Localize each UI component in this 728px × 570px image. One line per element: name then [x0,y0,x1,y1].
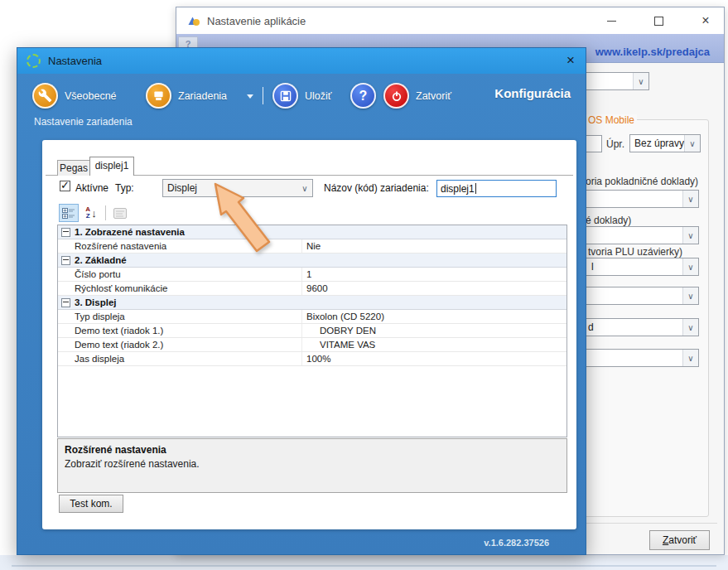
section-subtitle: Nastavenie zariadenia [34,116,133,128]
chevron-down-icon: ∨ [682,287,698,304]
toolbar-separator [263,87,263,104]
chevron-down-icon: ∨ [682,227,698,244]
text-caret [475,183,476,194]
label-fragment-1: oria pokladničné doklady) [586,176,698,187]
label-fragment-3: tvoria PLU uzávierky) [588,246,682,258]
property-row[interactable]: Demo text (riadok 1.) DOBRY DEN [58,324,566,338]
property-row[interactable]: Číslo portu1 [58,268,566,282]
chevron-down-icon: ∨ [682,350,698,366]
app-close-button[interactable]: Zatvoriť [649,530,710,550]
close-icon[interactable]: × [696,14,716,27]
maximize-icon[interactable] [648,15,668,27]
chevron-down-icon: ∨ [684,135,700,152]
property-row[interactable]: Jas displeja100% [58,352,566,366]
collapse-minus-icon[interactable] [61,298,70,307]
help-button[interactable]: ? [350,83,376,109]
chevron-down-icon: ∨ [682,191,698,207]
device-name-label: Názov (kód) zariadenia: [324,182,429,194]
categorized-icon [62,207,75,219]
property-row[interactable]: Rozšírené nastaveniaNie [58,239,566,254]
property-pages-button [110,204,130,222]
az-sort-icon: AZ↓ [85,206,96,220]
chevron-down-icon: ∨ [682,319,698,336]
categorized-view-button[interactable] [59,204,79,222]
type-combo[interactable]: Displej ∨ [162,179,313,197]
settings-titlebar[interactable]: Nastavenia × [17,48,586,74]
desktop-strip [0,555,728,570]
upr-label: Úpr. [606,138,624,150]
test-communication-button[interactable]: Test kom. [59,495,123,513]
property-grid: 1. Zobrazené nastaveniaRozšírené nastave… [57,225,567,437]
settings-window: Nastavenia × Všeobecné Zariadenia Uložiť… [17,47,586,555]
property-category-row[interactable]: 1. Zobrazené nastavenia [58,225,566,239]
description-text: Zobraziť rozšírené nastavenia. [65,458,560,470]
save-button[interactable]: Uložiť [272,83,331,109]
app-window-title: Nastavenie aplikácie [207,15,306,27]
tab-displej1[interactable]: displej1 [89,157,134,176]
question-icon: ? [350,83,376,109]
close-toolbar-button[interactable]: Zatvoriť [383,83,451,109]
tab-pegas[interactable]: Pegas [57,160,90,176]
property-category-row[interactable]: 2. Základné [58,254,566,268]
power-icon [383,83,409,109]
device-panel: Pegas displej1 ✓ Aktívne Typ: Displej ∨ … [42,140,576,529]
collapse-minus-icon[interactable] [61,256,70,265]
device-name-input[interactable]: displej1 [436,180,557,197]
save-disk-icon [272,83,298,109]
ikelp-link[interactable]: www.ikelp.sk/predajca [595,46,710,58]
check-icon: ✓ [60,179,70,191]
settings-window-title: Nastavenia [48,55,102,67]
description-title: Rozšírené nastavenia [65,444,560,456]
chevron-down-icon: ∨ [682,258,698,275]
settings-window-icon [27,54,41,68]
general-button[interactable]: Všeobecné [32,83,117,109]
chevron-down-icon: ∨ [297,180,312,196]
upr-combo[interactable]: Bez úpravy∨ [629,134,701,152]
active-checkbox-label: Aktívne [75,182,108,194]
minimize-icon[interactable] [601,15,621,27]
collapse-minus-icon[interactable] [61,228,70,237]
devices-button[interactable]: Zariadenia [146,83,227,109]
description-panel: Rozšírené nastavenia Zobraziť rozšírené … [57,438,567,493]
alphabetical-sort-button[interactable]: AZ↓ [81,204,101,222]
pg-toolbar-separator [105,205,106,220]
device-icon [146,83,171,109]
property-row[interactable]: Rýchlosť komunikácie9600 [58,282,566,296]
property-category-row[interactable]: 3. Displej [58,296,566,310]
chevron-down-icon: ∨ [633,73,648,89]
devices-dropdown-chevron-icon[interactable] [247,94,253,99]
property-pages-icon [113,208,127,219]
close-icon[interactable]: × [566,52,575,69]
app-settings-titlebar[interactable]: Nastavenie aplikácie × [176,7,724,34]
property-row[interactable]: Typ displejaBixolon (CD 5220) [58,310,566,324]
property-grid-rows: 1. Zobrazené nastaveniaRozšírené nastave… [58,225,566,366]
active-checkbox[interactable]: ✓ [60,181,70,191]
wrench-icon [32,83,58,109]
label-fragment-2: é doklady) [586,215,631,226]
version-label: v.1.6.282.37526 [484,538,549,548]
mobile-group-label: OS Mobile [586,114,637,126]
property-row[interactable]: Demo text (riadok 2.) VITAME VAS [58,338,566,352]
mode-label: Konfigurácia [494,86,571,100]
type-label: Typ: [115,182,134,194]
app-icon [187,15,200,27]
